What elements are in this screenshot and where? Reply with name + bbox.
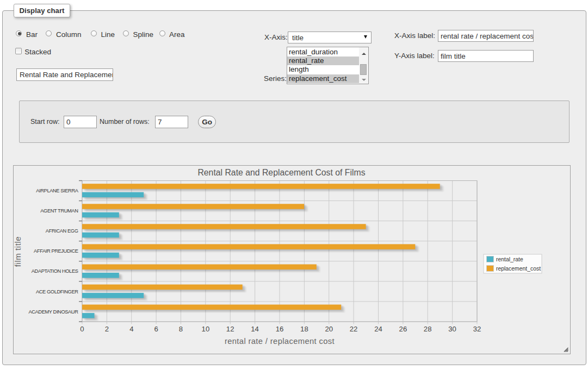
svg-text:14: 14: [251, 325, 259, 333]
svg-text:30: 30: [448, 325, 456, 333]
svg-text:22: 22: [350, 325, 358, 333]
svg-text:AFRICAN EGG: AFRICAN EGG: [46, 228, 78, 234]
svg-text:ACADEMY DINOSAUR: ACADEMY DINOSAUR: [28, 309, 78, 315]
svg-text:16: 16: [276, 325, 284, 333]
svg-text:10: 10: [202, 325, 210, 333]
svg-text:28: 28: [424, 325, 432, 333]
svg-text:4: 4: [129, 325, 133, 333]
svg-text:32: 32: [473, 325, 481, 333]
svg-text:rental rate / replacement cost: rental rate / replacement cost: [225, 337, 335, 346]
svg-text:24: 24: [374, 325, 382, 333]
svg-text:12: 12: [226, 325, 234, 333]
svg-text:6: 6: [154, 325, 158, 333]
svg-text:Rental Rate and Replacement Co: Rental Rate and Replacement Cost of Film…: [197, 168, 365, 177]
svg-text:0: 0: [80, 325, 84, 333]
svg-text:AGENT TRUMAN: AGENT TRUMAN: [40, 208, 78, 214]
svg-text:20: 20: [325, 325, 333, 333]
svg-text:film title: film title: [14, 236, 22, 267]
svg-text:rental_rate: rental_rate: [496, 256, 523, 262]
svg-text:replacement_cost: replacement_cost: [496, 266, 541, 272]
svg-text:18: 18: [300, 325, 308, 333]
svg-text:AFFAIR PREJUDICE: AFFAIR PREJUDICE: [34, 248, 78, 254]
svg-text:26: 26: [399, 325, 407, 333]
svg-text:8: 8: [179, 325, 183, 333]
svg-text:ADAPTATION HOLES: ADAPTATION HOLES: [32, 268, 78, 274]
svg-text:ACE GOLDFINGER: ACE GOLDFINGER: [36, 289, 78, 294]
svg-text:2: 2: [105, 325, 109, 333]
svg-text:AIRPLANE SIERRA: AIRPLANE SIERRA: [36, 188, 78, 193]
